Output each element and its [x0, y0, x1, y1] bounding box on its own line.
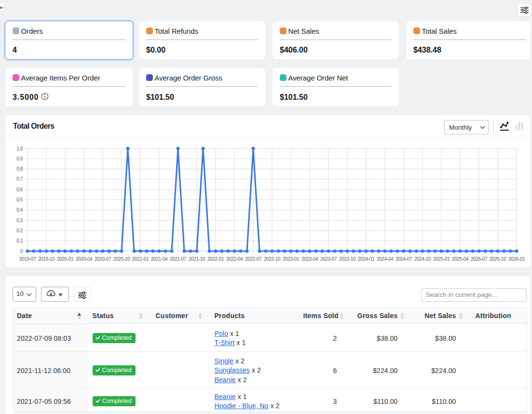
svg-text:0.3: 0.3 [16, 218, 23, 223]
svg-text:2024-01: 2024-01 [358, 256, 375, 262]
svg-text:2021-07: 2021-07 [170, 256, 187, 262]
svg-text:2021-04: 2021-04 [151, 256, 168, 262]
svg-text:2024-04: 2024-04 [377, 256, 394, 262]
svg-text:0.8: 0.8 [16, 166, 23, 172]
svg-text:2021-01: 2021-01 [132, 256, 149, 262]
svg-text:2026-01: 2026-01 [508, 256, 525, 262]
svg-text:2023-01: 2023-01 [283, 256, 300, 262]
svg-text:0.1: 0.1 [16, 238, 23, 243]
svg-text:2025-01: 2025-01 [433, 256, 450, 262]
svg-text:0.7: 0.7 [16, 176, 23, 182]
svg-text:1.0: 1.0 [16, 146, 23, 151]
svg-text:2023-07: 2023-07 [320, 256, 337, 262]
svg-text:2021-10: 2021-10 [189, 256, 205, 262]
svg-text:2022-04: 2022-04 [226, 256, 243, 262]
svg-text:2025-10: 2025-10 [490, 256, 506, 262]
svg-text:2022-10: 2022-10 [264, 256, 281, 262]
svg-text:2020-10: 2020-10 [113, 256, 130, 262]
svg-text:2022-07: 2022-07 [245, 256, 262, 262]
svg-text:2020-04: 2020-04 [76, 256, 93, 262]
svg-text:0.4: 0.4 [16, 207, 23, 213]
svg-text:0.9: 0.9 [16, 156, 23, 161]
svg-text:0.5: 0.5 [16, 197, 23, 202]
svg-text:2025-07: 2025-07 [471, 256, 488, 262]
svg-text:2022-01: 2022-01 [207, 256, 224, 262]
svg-text:0: 0 [20, 249, 23, 254]
svg-text:2020-07: 2020-07 [95, 256, 111, 262]
svg-text:2025-04: 2025-04 [452, 256, 469, 262]
svg-text:2023-10: 2023-10 [339, 256, 356, 262]
svg-text:2019-07: 2019-07 [19, 256, 36, 262]
svg-text:2024-10: 2024-10 [414, 256, 431, 262]
svg-text:0.2: 0.2 [16, 228, 23, 233]
svg-text:2020-01: 2020-01 [57, 256, 74, 262]
svg-text:2019-10: 2019-10 [38, 256, 55, 262]
svg-text:2023-04: 2023-04 [301, 256, 318, 262]
svg-text:0.6: 0.6 [16, 187, 23, 192]
svg-text:2024-07: 2024-07 [396, 256, 412, 262]
